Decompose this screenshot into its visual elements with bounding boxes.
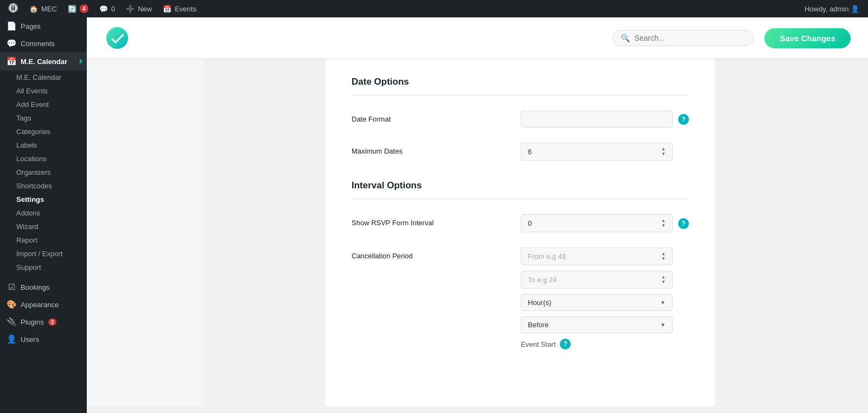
bookings-icon: ☑ (7, 282, 16, 292)
comments-sidebar-icon: 💬 (7, 39, 16, 48)
mec-icon: 📅 (7, 56, 16, 66)
interval-options-section: Interval Options Show RSVP Form Interval… (352, 180, 689, 350)
rsvp-interval-spinner[interactable]: 0 ▲ ▼ (521, 214, 673, 232)
sidebar-sub-categories[interactable]: Categories (0, 125, 87, 138)
cancellation-from-spinner[interactable]: From e.g 48 ▲ ▼ (521, 247, 673, 265)
cancellation-to-spinner[interactable]: To e.g 24 ▲ ▼ (521, 271, 673, 289)
sidebar-sub-shortcodes[interactable]: Shortcodes (0, 179, 87, 193)
cancellation-period-control: From e.g 48 ▲ ▼ To e.g 24 (521, 247, 689, 350)
adminbar-events[interactable]: 📅 Events (158, 0, 201, 17)
to-spinner-down-icon[interactable]: ▼ (661, 280, 666, 284)
updates-icon: 🔄 (68, 5, 76, 13)
date-format-input[interactable]: Y-m-d (521, 111, 673, 128)
date-format-control: Y-m-d ? (521, 111, 689, 128)
events-icon: 📅 (163, 5, 171, 13)
cancellation-period-row: Cancellation Period From e.g 48 ▲ ▼ (352, 247, 689, 350)
admin-bar: 🅦 🏠 MEC 🔄 4 💬 0 ➕ New 📅 Events Howdy, ad… (0, 0, 868, 17)
maximum-dates-spinner[interactable]: 6 ▲ ▼ (521, 143, 673, 161)
sidebar-sub-addons[interactable]: Addons (0, 206, 87, 220)
spinner-arrows[interactable]: ▲ ▼ (661, 147, 666, 156)
settings-content: Date Options Date Format Y-m-d ? Maximum… (87, 59, 868, 406)
avatar-icon: 👤 (851, 5, 859, 13)
adminbar-user[interactable]: Howdy, admin 👤 (800, 5, 864, 13)
cancellation-fields: From e.g 48 ▲ ▼ To e.g 24 (521, 247, 673, 350)
sidebar-sub-organizers[interactable]: Organizers (0, 166, 87, 179)
hours-select[interactable]: Hour(s) ▼ (521, 294, 673, 311)
rsvp-interval-control: 0 ▲ ▼ ? (521, 214, 689, 232)
comments-icon: 💬 (99, 5, 108, 13)
sidebar-item-users[interactable]: 👤 Users (0, 331, 87, 348)
sidebar-sub-report[interactable]: Report (0, 233, 87, 247)
adminbar-home[interactable]: 🏠 MEC (25, 0, 61, 17)
spinner-up-icon[interactable]: ▲ (661, 147, 666, 151)
sidebar-item-comments[interactable]: 💬 Comments (0, 35, 87, 52)
settings-nav-panel (87, 59, 206, 406)
to-spinner-up-icon[interactable]: ▲ (661, 275, 666, 279)
sidebar-sub-add-event[interactable]: Add Event (0, 98, 87, 111)
maximum-dates-label: Maximum Dates (352, 143, 503, 155)
mec-logo (104, 25, 130, 51)
plugins-icon: 🔌 (7, 317, 16, 327)
sidebar-sub-import-export[interactable]: Import / Export (0, 247, 87, 260)
from-spinner-down-icon[interactable]: ▼ (661, 257, 666, 261)
event-start-label: Event Start (521, 340, 556, 348)
to-spinner-arrows[interactable]: ▲ ▼ (661, 275, 666, 284)
rsvp-interval-row: Show RSVP Form Interval 0 ▲ ▼ ? (352, 214, 689, 232)
sidebar-item-pages[interactable]: 📄 Pages (0, 17, 87, 35)
sidebar-item-bookings[interactable]: ☑ Bookings (0, 278, 87, 296)
event-start-row: Event Start ? (521, 339, 673, 350)
event-start-help-icon[interactable]: ? (560, 339, 571, 350)
rsvp-spinner-up-icon[interactable]: ▲ (661, 219, 666, 223)
sidebar-sub-locations[interactable]: Locations (0, 152, 87, 166)
maximum-dates-control: 6 ▲ ▼ (521, 143, 689, 161)
users-icon: 👤 (7, 334, 16, 344)
adminbar-new[interactable]: ➕ New (122, 0, 156, 17)
appearance-icon: 🎨 (7, 300, 16, 309)
interval-options-title: Interval Options (352, 180, 689, 199)
sidebar-sub-settings[interactable]: Settings (0, 193, 87, 206)
search-box[interactable]: 🔍 (612, 30, 754, 46)
search-input[interactable] (634, 34, 745, 42)
sidebar-mec-header[interactable]: 📅 M.E. Calendar (0, 52, 87, 71)
plugin-header: 🔍 Save Changes (87, 17, 868, 59)
sidebar-item-appearance[interactable]: 🎨 Appearance (0, 296, 87, 313)
cancellation-period-label: Cancellation Period (352, 247, 503, 260)
from-spinner-arrows[interactable]: ▲ ▼ (661, 252, 666, 261)
home-icon: 🏠 (29, 5, 38, 13)
cancellation-to-placeholder: To e.g 24 (528, 276, 557, 284)
date-options-section: Date Options Date Format Y-m-d ? Maximum… (352, 77, 689, 161)
search-icon: 🔍 (621, 34, 630, 42)
cancellation-from-placeholder: From e.g 48 (528, 252, 566, 260)
sidebar-sub-me-calendar[interactable]: M.E. Calendar (0, 71, 87, 84)
sidebar-sub-wizard[interactable]: Wizard (0, 220, 87, 233)
adminbar-wp-logo[interactable]: 🅦 (4, 0, 23, 17)
sidebar-sub-support[interactable]: Support (0, 260, 87, 274)
before-after-select[interactable]: Before ▼ (521, 316, 673, 333)
date-format-help-icon[interactable]: ? (678, 114, 689, 125)
date-format-row: Date Format Y-m-d ? (352, 111, 689, 128)
main-content: 🔍 Save Changes Date Options Date Format (87, 17, 868, 413)
sidebar-sub-all-events[interactable]: All Events (0, 84, 87, 98)
adminbar-comments[interactable]: 💬 0 (95, 0, 119, 17)
sidebar-sub-tags[interactable]: Tags (0, 111, 87, 125)
rsvp-spinner-down-icon[interactable]: ▼ (661, 224, 666, 228)
date-format-label: Date Format (352, 111, 503, 123)
from-spinner-up-icon[interactable]: ▲ (661, 252, 666, 256)
rsvp-interval-label: Show RSVP Form Interval (352, 214, 503, 227)
wp-logo-icon: 🅦 (9, 3, 18, 15)
plus-icon: ➕ (126, 5, 135, 13)
sidebar-sub-labels[interactable]: Labels (0, 138, 87, 152)
adminbar-updates[interactable]: 🔄 4 (63, 0, 93, 17)
sidebar: 📄 Pages 💬 Comments 📅 M.E. Calendar M.E. … (0, 17, 87, 413)
date-options-title: Date Options (352, 77, 689, 96)
rsvp-help-icon[interactable]: ? (678, 218, 689, 229)
rsvp-spinner-arrows[interactable]: ▲ ▼ (661, 219, 666, 228)
hours-select-arrow-icon: ▼ (660, 300, 666, 306)
before-select-arrow-icon: ▼ (660, 322, 666, 328)
sidebar-item-plugins[interactable]: 🔌 Plugins 2 (0, 313, 87, 331)
save-changes-button[interactable]: Save Changes (764, 28, 851, 48)
spinner-down-icon[interactable]: ▼ (661, 152, 666, 156)
pages-icon: 📄 (7, 21, 16, 31)
maximum-dates-row: Maximum Dates 6 ▲ ▼ (352, 143, 689, 161)
settings-form: Date Options Date Format Y-m-d ? Maximum… (326, 59, 715, 406)
